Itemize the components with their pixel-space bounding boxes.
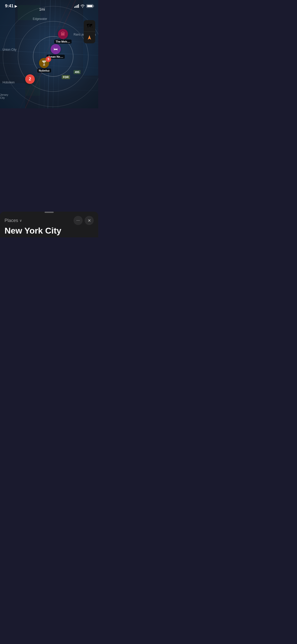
map-pin-nubeluz-label: Nubeluz	[37, 69, 51, 73]
signal-bar-1	[74, 7, 75, 8]
wifi-icon	[80, 4, 85, 8]
sheet-nav: Places ∨ ··· ✕	[5, 216, 94, 225]
chevron-down-icon: ∨	[19, 218, 22, 222]
battery-icon	[86, 4, 93, 8]
pin-badge-5: 5	[46, 56, 51, 62]
map-view-button[interactable]: 🗺	[84, 20, 95, 32]
more-button[interactable]: ···	[74, 216, 83, 225]
close-button[interactable]: ✕	[85, 216, 94, 225]
location-arrow-icon: ▶	[15, 4, 17, 8]
map-label-jersey: JerseyCity	[0, 93, 8, 99]
location-button[interactable]	[84, 32, 95, 43]
time-display: 9:41	[5, 4, 14, 9]
signal-bar-2	[76, 6, 76, 8]
signal-bars	[74, 4, 79, 8]
sheet-header: Places ∨ ··· ✕ New York City ≡ Categorie…	[0, 213, 98, 237]
status-time: 9:41 ▶	[5, 4, 17, 9]
city-title: New York City	[5, 226, 94, 235]
map-pin-met[interactable]: 🏛 The Metr....	[54, 29, 72, 44]
signal-bar-3	[77, 5, 78, 8]
i495-label: 495	[74, 70, 81, 74]
status-icons	[74, 4, 93, 8]
map-label-edgewater: Edgewater	[33, 17, 47, 21]
map-controls: 🗺	[84, 20, 95, 43]
map-label-union-city: Union City	[3, 48, 16, 51]
map-area[interactable]: 3mi 2mi 1mi Edgewater Union City Hoboken…	[0, 0, 98, 108]
map-pin-cluster[interactable]: 2	[25, 74, 35, 84]
places-dropdown[interactable]: Places ∨	[5, 218, 22, 223]
status-bar: 9:41 ▶	[0, 0, 98, 10]
signal-bar-4	[78, 4, 79, 8]
fdr-label: FDR	[62, 75, 70, 79]
map-label-hoboken: Hoboken	[3, 81, 15, 84]
bottom-sheet: Places ∨ ··· ✕ New York City ≡ Categorie…	[0, 212, 98, 237]
places-label: Places	[5, 218, 18, 223]
map-pin-met-label: The Metr....	[54, 40, 72, 44]
sheet-actions: ··· ✕	[74, 216, 94, 225]
map-pin-nubeluz[interactable]: 🍸 5 Nubeluz	[37, 58, 51, 73]
